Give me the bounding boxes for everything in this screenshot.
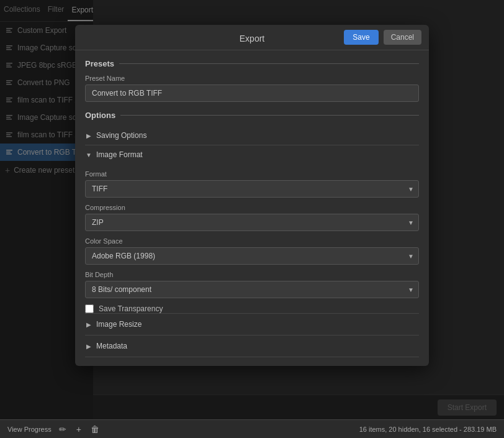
modal-actions: Save Cancel: [344, 30, 421, 45]
compression-group: Compression ZIP None LZW JPEG ▼: [85, 204, 419, 231]
statusbar-left: View Progress ✏ + 🗑: [7, 423, 101, 436]
save-button[interactable]: Save: [344, 30, 378, 45]
save-transparency-label[interactable]: Save Transparency: [99, 304, 163, 313]
cancel-button[interactable]: Cancel: [384, 30, 421, 45]
metadata-label: Metadata: [96, 342, 127, 350]
statusbar: View Progress ✏ + 🗑 16 items, 20 hidden,…: [0, 419, 504, 438]
presets-section-line: [119, 63, 419, 64]
bit-depth-select[interactable]: 8 Bits/ component 16 Bits/ component: [85, 281, 419, 298]
modal-title: Export: [240, 34, 264, 43]
modal-overlay: Export Save Cancel Presets Preset Name O…: [0, 0, 504, 419]
image-format-body: Format TIFF JPEG PNG DNG ▼: [85, 164, 419, 313]
image-format-label: Image Format: [96, 150, 143, 159]
image-resize-label: Image Resize: [96, 320, 142, 329]
view-progress-link[interactable]: View Progress: [7, 426, 52, 433]
metadata-chevron-icon: ▶: [85, 342, 92, 350]
footer-icons: ✏ + 🗑: [56, 423, 101, 436]
format-select[interactable]: TIFF JPEG PNG DNG: [85, 180, 419, 198]
edit-icon[interactable]: ✏: [56, 423, 69, 436]
bit-depth-group: Bit Depth 8 Bits/ component 16 Bits/ com…: [85, 271, 419, 298]
modal-body: Presets Preset Name Options ▶ Saving Opt…: [75, 50, 429, 366]
preset-name-group: Preset Name: [85, 75, 419, 102]
export-modal: Export Save Cancel Presets Preset Name O…: [75, 25, 429, 366]
options-section: Options ▶ Saving Options ▼ Image Format: [85, 111, 419, 357]
image-format-chevron-icon: ▼: [85, 151, 92, 158]
color-space-label: Color Space: [85, 237, 419, 245]
compression-select[interactable]: ZIP None LZW JPEG: [85, 214, 419, 231]
save-transparency-checkbox[interactable]: [85, 304, 94, 313]
options-section-header: Options: [85, 111, 419, 120]
preset-name-input[interactable]: [85, 84, 419, 102]
bit-depth-label: Bit Depth: [85, 271, 419, 278]
preset-name-label: Preset Name: [85, 75, 419, 82]
compression-select-wrapper: ZIP None LZW JPEG ▼: [85, 214, 419, 231]
saving-options-row[interactable]: ▶ Saving Options: [85, 126, 419, 145]
image-resize-chevron-icon: ▶: [85, 321, 92, 328]
image-resize-row[interactable]: ▶ Image Resize: [85, 314, 419, 335]
color-space-select-wrapper: Adobe RGB (1998) sRGB ProPhoto RGB ▼: [85, 247, 419, 265]
statusbar-stats: 16 items, 20 hidden, 16 selected - 283.1…: [359, 426, 497, 433]
compression-label: Compression: [85, 204, 419, 211]
format-select-wrapper: TIFF JPEG PNG DNG ▼: [85, 180, 419, 198]
options-section-line: [120, 115, 419, 116]
format-group: Format TIFF JPEG PNG DNG ▼: [85, 170, 419, 198]
format-label: Format: [85, 170, 419, 178]
color-space-group: Color Space Adobe RGB (1998) sRGB ProPho…: [85, 237, 419, 265]
saving-options-chevron-icon: ▶: [85, 132, 92, 139]
bit-depth-select-wrapper: 8 Bits/ component 16 Bits/ component ▼: [85, 281, 419, 298]
presets-section-title: Presets: [85, 59, 114, 68]
modal-header: Export Save Cancel: [75, 25, 429, 50]
presets-section-header: Presets: [85, 59, 419, 68]
trash-icon[interactable]: 🗑: [89, 423, 101, 436]
metadata-row[interactable]: ▶ Metadata: [85, 335, 419, 357]
options-section-title: Options: [85, 111, 115, 120]
save-transparency-row: Save Transparency: [85, 304, 419, 313]
add-icon[interactable]: +: [73, 423, 85, 436]
color-space-select[interactable]: Adobe RGB (1998) sRGB ProPhoto RGB: [85, 247, 419, 265]
image-format-row[interactable]: ▼ Image Format: [85, 145, 419, 164]
saving-options-label: Saving Options: [96, 131, 146, 140]
